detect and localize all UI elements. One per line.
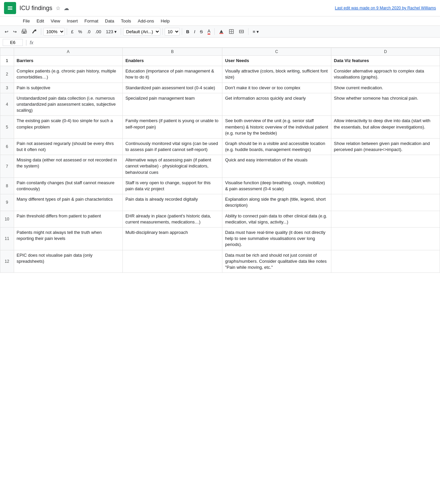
cell-b-10[interactable]: EHR already in place (patient's historic…	[122, 211, 222, 227]
menu-data[interactable]: Data	[102, 17, 117, 25]
menu-file[interactable]: File	[20, 17, 33, 25]
star-icon[interactable]: ☆	[56, 5, 60, 11]
bold-button[interactable]: B	[184, 28, 191, 36]
cell-a-5[interactable]: The existing pain scale (0-4) too simple…	[14, 116, 122, 139]
table-row: 7Missing data (either not assessed or no…	[0, 155, 440, 178]
percent-button[interactable]: %	[76, 28, 84, 36]
cell-d-12[interactable]	[331, 250, 440, 273]
row-number[interactable]: 3	[0, 83, 14, 93]
menu-edit[interactable]: Edit	[34, 17, 47, 25]
font-size-select[interactable]: 10 11 12	[165, 28, 180, 36]
row-number[interactable]: 8	[0, 178, 14, 194]
svg-rect-4	[22, 29, 26, 32]
cell-c-3[interactable]: Don't make it too clever or too complex	[222, 83, 331, 93]
cell-c-9[interactable]: Explanation along side the graph (title,…	[222, 194, 331, 211]
cell-reference-input[interactable]: E6	[3, 39, 23, 46]
currency-button[interactable]: £	[69, 28, 75, 36]
row-number[interactable]: 9	[0, 194, 14, 211]
cell-b-11[interactable]: Multi-disciplinary team approach	[122, 227, 222, 250]
cell-c-12[interactable]: Data must be rich and should not just co…	[222, 250, 331, 273]
cell-a-3[interactable]: Pain is subjective	[14, 83, 122, 93]
cell-d-6[interactable]: Show relation between given pain medicat…	[331, 138, 440, 155]
row-number[interactable]: 1	[0, 56, 14, 66]
cell-b-4[interactable]: Specialized pain management team	[122, 93, 222, 116]
cell-d-1[interactable]: Data Viz features	[331, 56, 440, 66]
font-select[interactable]: Default (Ari...)	[123, 28, 160, 36]
row-number[interactable]: 2	[0, 66, 14, 83]
row-number[interactable]: 10	[0, 211, 14, 227]
cell-a-11[interactable]: Patients might not always tell the truth…	[14, 227, 122, 250]
font-color-button[interactable]: A	[206, 27, 213, 36]
cell-c-1[interactable]: User Needs	[222, 56, 331, 66]
cell-b-1[interactable]: Enablers	[122, 56, 222, 66]
cell-c-7[interactable]: Quick and easy interrretation of the vis…	[222, 155, 331, 178]
cell-c-8[interactable]: Visualise function (deep breathing, coug…	[222, 178, 331, 194]
cell-d-5[interactable]: Allow interactivity to deep dive into da…	[331, 116, 440, 139]
menu-tools[interactable]: Tools	[118, 17, 133, 25]
menu-format[interactable]: Format	[82, 17, 101, 25]
cell-a-8[interactable]: Pain constantly changes (but staff canno…	[14, 178, 122, 194]
cell-a-7[interactable]: Missing data (either not assessed or not…	[14, 155, 122, 178]
italic-button[interactable]: I	[192, 28, 197, 36]
paint-format-button[interactable]	[30, 28, 39, 36]
zoom-select[interactable]: 100% 75% 125%	[43, 28, 65, 36]
cell-a-2[interactable]: Complex patients (e.g. chronic pain hist…	[14, 66, 122, 83]
row-number[interactable]: 4	[0, 93, 14, 116]
strikethrough-button[interactable]: S	[198, 28, 205, 36]
merge-button[interactable]	[237, 28, 246, 36]
menu-view[interactable]: View	[48, 17, 63, 25]
cell-c-11[interactable]: Data must have real-time quality (it doe…	[222, 227, 331, 250]
separator	[162, 28, 163, 35]
cell-d-11[interactable]	[331, 227, 440, 250]
row-number[interactable]: 11	[0, 227, 14, 250]
cell-c-2[interactable]: Visually attractive (colors, block writi…	[222, 66, 331, 83]
col-header-c[interactable]: C	[222, 48, 331, 56]
fill-color-button[interactable]	[217, 28, 226, 36]
menu-help[interactable]: Help	[158, 17, 172, 25]
align-button[interactable]: ≡ ▾	[251, 28, 261, 36]
cell-b-2[interactable]: Education (importance of pain management…	[122, 66, 222, 83]
cell-a-10[interactable]: Pain threshold differs from patient to p…	[14, 211, 122, 227]
col-header-b[interactable]: B	[122, 48, 222, 56]
cell-b-7[interactable]: Alternative ways of assessing pain (if p…	[122, 155, 222, 178]
redo-button[interactable]: ↪	[11, 28, 19, 36]
cell-d-4[interactable]: Show whether someone has chronical pain.	[331, 93, 440, 116]
cell-b-6[interactable]: Continuously monitored vital signs (can …	[122, 138, 222, 155]
cell-c-4[interactable]: Get information across quickly and clear…	[222, 93, 331, 116]
print-button[interactable]	[19, 28, 29, 36]
cell-c-5[interactable]: See both overview of the unit (e.g. seni…	[222, 116, 331, 139]
svg-rect-1	[8, 6, 12, 7]
cell-a-4[interactable]: Unstandardized pain data collection (i.e…	[14, 93, 122, 116]
col-header-d[interactable]: D	[331, 48, 440, 56]
cell-b-5[interactable]: Family members (if patient is young or u…	[122, 116, 222, 139]
row-number[interactable]: 6	[0, 138, 14, 155]
decimal-more-button[interactable]: .00	[93, 28, 103, 36]
undo-button[interactable]: ↩	[3, 28, 10, 36]
cell-a-1[interactable]: Barriers	[14, 56, 122, 66]
cell-d-7[interactable]	[331, 155, 440, 178]
cell-c-6[interactable]: Graph should be in a visible and accessi…	[222, 138, 331, 155]
row-number[interactable]: 5	[0, 116, 14, 139]
cell-a-12[interactable]: EPIC does not visualise pain data (only …	[14, 250, 122, 273]
cell-b-9[interactable]: Pain data is already recorded digitally	[122, 194, 222, 211]
row-number[interactable]: 7	[0, 155, 14, 178]
cell-d-10[interactable]	[331, 211, 440, 227]
cell-d-9[interactable]	[331, 194, 440, 211]
cell-b-3[interactable]: Standardized pain assessment tool (0-4 s…	[122, 83, 222, 93]
cell-a-9[interactable]: Many different types of pain & pain char…	[14, 194, 122, 211]
cloud-icon: ☁	[64, 5, 69, 11]
borders-button[interactable]	[227, 28, 236, 36]
cell-d-2[interactable]: Consider alternative approach to complex…	[331, 66, 440, 83]
menu-insert[interactable]: Insert	[64, 17, 80, 25]
row-number[interactable]: 12	[0, 250, 14, 273]
decimal-less-button[interactable]: .0	[85, 28, 93, 36]
cell-b-8[interactable]: Staff is very open to change, support fo…	[122, 178, 222, 194]
cell-d-3[interactable]: Show current medication.	[331, 83, 440, 93]
cell-a-6[interactable]: Pain not assessed regurarly (should be e…	[14, 138, 122, 155]
menu-addons[interactable]: Add-ons	[135, 17, 157, 25]
cell-d-8[interactable]	[331, 178, 440, 194]
cell-b-12[interactable]	[122, 250, 222, 273]
format-number-button[interactable]: 123 ▾	[104, 28, 119, 36]
col-header-a[interactable]: A	[14, 48, 122, 56]
cell-c-10[interactable]: Ability to connect pain data to other cl…	[222, 211, 331, 227]
